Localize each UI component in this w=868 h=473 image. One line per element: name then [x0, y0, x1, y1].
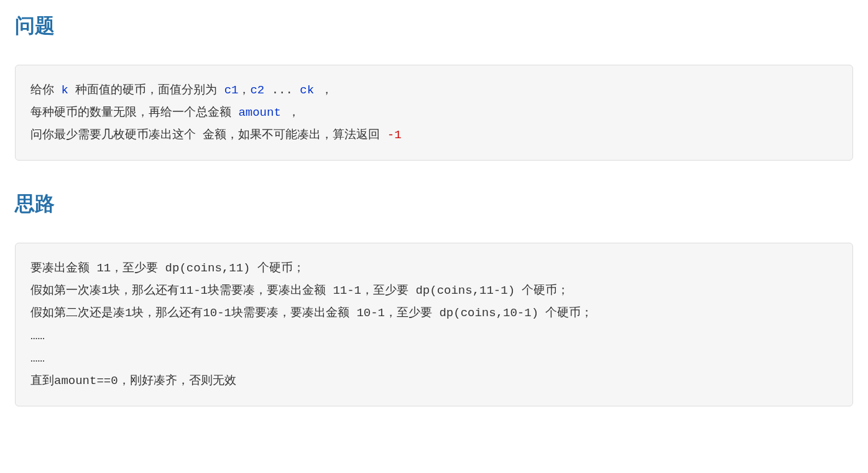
- text: 假如第二次还是凑1块，那么还有10-1块需要凑，要凑出金额 10-1，至少要 d…: [30, 306, 593, 320]
- text: 给你: [30, 83, 61, 97]
- section-heading-problem: 问题: [15, 12, 853, 40]
- text: 假如第一次凑1块，那么还有11-1块需要凑，要凑出金额 11-1，至少要 dp(…: [30, 284, 569, 297]
- text: ，: [281, 106, 300, 119]
- code-token-ck: ck: [300, 83, 314, 97]
- text: 直到amount==0，刚好凑齐，否则无效: [30, 374, 236, 388]
- text: ...: [264, 83, 300, 97]
- text: 问你最少需要几枚硬币凑出这个 金额，如果不可能凑出，算法返回: [30, 128, 387, 142]
- text: 要凑出金额 11，至少要 dp(coins,11) 个硬币；: [30, 261, 305, 275]
- text: 每种硬币的数量无限，再给一个总金额: [30, 106, 238, 119]
- thought-code-block: 要凑出金额 11，至少要 dp(coins,11) 个硬币； 假如第一次凑1块，…: [15, 243, 853, 406]
- code-token-amount: amount: [238, 106, 280, 119]
- text: ，: [314, 83, 333, 97]
- problem-code-block: 给你 k 种面值的硬币，面值分别为 c1，c2 ... ck ， 每种硬币的数量…: [15, 65, 853, 161]
- text: ……: [30, 329, 45, 343]
- section-heading-thought: 思路: [15, 190, 853, 218]
- code-token-c1: c1: [224, 83, 239, 97]
- text: ，: [238, 83, 250, 97]
- code-token-minus1: -1: [387, 128, 402, 142]
- text: ……: [30, 352, 45, 365]
- code-token-c2: c2: [250, 83, 264, 97]
- text: 种面值的硬币，面值分别为: [68, 83, 224, 97]
- code-token-k: k: [61, 83, 68, 97]
